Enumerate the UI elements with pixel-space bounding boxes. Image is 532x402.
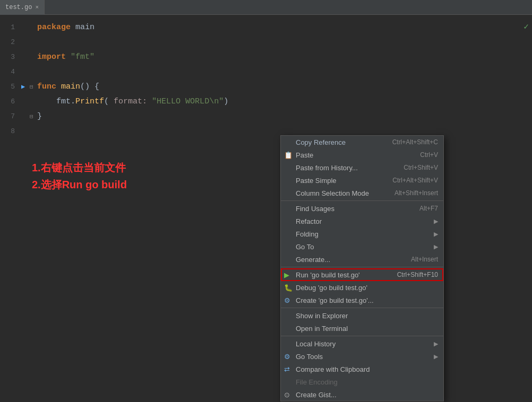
menu-item-refactor[interactable]: Refactor ▶ (281, 215, 443, 228)
line-number-7: 7 (0, 109, 21, 124)
menu-label-paste-simple: Paste Simple (296, 177, 337, 185)
debug-icon: 🐛 (284, 284, 293, 292)
menu-shortcut-generate: Alt+Insert (400, 256, 438, 263)
menu-label-go-tools: Go Tools (296, 353, 323, 361)
code-content-1: package main (37, 20, 95, 35)
tab-close-button[interactable]: × (35, 4, 39, 11)
menu-item-show-explorer[interactable]: Show in Explorer (281, 309, 443, 322)
menu-label-show-explorer: Show in Explorer (296, 312, 348, 320)
context-menu: Copy Reference Ctrl+Alt+Shift+C 📋 Paste … (280, 135, 444, 401)
menu-item-create[interactable]: ⚙ Create 'go build test.go'... (281, 294, 443, 307)
go-tools-icon: ⚙ (284, 353, 290, 361)
submenu-arrow-folding: ▶ (434, 231, 438, 238)
menu-separator-2 (281, 267, 443, 267)
tab-filename: test.go (5, 4, 32, 11)
menu-label-column-select: Column Selection Mode (296, 189, 369, 197)
menu-item-find-usages[interactable]: Find Usages Alt+F7 (281, 202, 443, 215)
menu-item-create-gist[interactable]: ⊙ Create Gist... (281, 388, 443, 401)
line-number-8: 8 (0, 124, 21, 139)
file-tab[interactable]: test.go × (0, 0, 45, 15)
submenu-arrow-goto: ▶ (434, 243, 438, 250)
menu-item-goto[interactable]: Go To ▶ (281, 240, 443, 253)
code-line-5: 5 ▶ ⊟ func main() { (0, 80, 532, 94)
menu-shortcut-column-select: Alt+Shift+Insert (384, 189, 438, 197)
menu-label-copy-ref: Copy Reference (296, 138, 346, 146)
menu-label-compare: Compare with Clipboard (296, 365, 370, 373)
menu-label-refactor: Refactor (296, 217, 322, 225)
menu-item-compare[interactable]: ⇄ Compare with Clipboard (281, 363, 443, 375)
submenu-arrow-refactor: ▶ (434, 218, 438, 225)
line-number-3: 3 (0, 50, 21, 65)
menu-item-go-tools[interactable]: ⚙ Go Tools ▶ (281, 350, 443, 363)
line-number-1: 1 (0, 20, 21, 35)
compare-icon: ⇄ (284, 365, 290, 373)
menu-item-generate[interactable]: Generate... Alt+Insert (281, 253, 443, 266)
line-number-4: 4 (0, 65, 21, 80)
code-line-2: 2 (0, 35, 532, 50)
github-icon: ⊙ (284, 391, 290, 399)
annotation-text: 1.右键点击当前文件 2.选择Run go build (32, 159, 127, 193)
code-line-6: 6 fmt.Printf( format: "HELLO WORLD\n") (0, 94, 532, 109)
menu-shortcut-copy-ref: Ctrl+Alt+Shift+C (382, 138, 438, 146)
create-icon: ⚙ (284, 296, 290, 304)
menu-label-paste-history: Paste from History... (296, 164, 358, 172)
menu-shortcut-paste-history: Ctrl+Shift+V (393, 164, 438, 171)
menu-separator-3 (281, 308, 443, 308)
menu-item-open-terminal[interactable]: Open in Terminal (281, 322, 443, 335)
menu-item-run[interactable]: ▶ Run 'go build test.go' Ctrl+Shift+F10 (281, 268, 443, 281)
menu-shortcut-run: Ctrl+Shift+F10 (387, 271, 438, 278)
menu-separator-1 (281, 200, 443, 201)
menu-item-paste-history[interactable]: Paste from History... Ctrl+Shift+V (281, 161, 443, 174)
code-line-7: 7 ⊟ } (0, 109, 532, 124)
menu-item-debug[interactable]: 🐛 Debug 'go build test.go' (281, 281, 443, 294)
menu-label-run: Run 'go build test.go' (296, 271, 360, 279)
line-number-6: 6 (0, 94, 21, 109)
code-content-7: } (37, 109, 42, 124)
code-line-3: 3 import "fmt" (0, 50, 532, 65)
menu-shortcut-find-usages: Alt+F7 (409, 205, 438, 212)
menu-label-local-history: Local History (296, 340, 336, 348)
menu-label-paste: Paste (296, 151, 313, 159)
menu-item-copy-ref[interactable]: Copy Reference Ctrl+Alt+Shift+C (281, 136, 443, 148)
run-play-icon: ▶ (284, 271, 289, 279)
line-number-5: 5 (0, 80, 21, 94)
menu-item-column-select[interactable]: Column Selection Mode Alt+Shift+Insert (281, 187, 443, 199)
menu-label-file-encoding: File Encoding (296, 378, 338, 386)
code-content-6: fmt.Printf( format: "HELLO WORLD\n") (37, 94, 228, 109)
submenu-arrow-go-tools: ▶ (434, 353, 438, 360)
menu-label-goto: Go To (296, 243, 314, 251)
menu-label-create: Create 'go build test.go'... (296, 296, 374, 304)
menu-label-debug: Debug 'go build test.go' (296, 284, 367, 292)
annotation-line2: 2.选择Run go build (32, 176, 127, 193)
menu-label-find-usages: Find Usages (296, 205, 334, 213)
menu-label-folding: Folding (296, 230, 319, 238)
menu-item-paste[interactable]: 📋 Paste Ctrl+V (281, 148, 443, 161)
menu-separator-4 (281, 336, 443, 336)
code-content-3: import "fmt" (37, 50, 95, 65)
code-editor: ✓ 1 package main 2 3 import "fmt" 4 5 ▶ … (0, 15, 532, 144)
annotation-line1: 1.右键点击当前文件 (32, 159, 127, 176)
menu-item-paste-simple[interactable]: Paste Simple Ctrl+Alt+Shift+V (281, 174, 443, 187)
code-line-8: 8 (0, 124, 532, 139)
run-arrow-icon[interactable]: ▶ (21, 80, 30, 94)
fold-icon-5[interactable]: ⊟ (30, 80, 37, 94)
menu-item-file-encoding: File Encoding (281, 375, 443, 388)
menu-shortcut-paste: Ctrl+V (409, 151, 438, 159)
submenu-arrow-local-history: ▶ (434, 340, 438, 347)
menu-item-local-history[interactable]: Local History ▶ (281, 337, 443, 350)
fold-icon-7[interactable]: ⊟ (30, 109, 37, 124)
menu-shortcut-paste-simple: Ctrl+Alt+Shift+V (382, 177, 438, 184)
line-number-2: 2 (0, 35, 21, 50)
menu-label-create-gist: Create Gist... (296, 391, 337, 399)
code-line-1: 1 package main (0, 20, 532, 35)
code-content-5: func main() { (37, 80, 99, 94)
tab-bar: test.go × (0, 0, 532, 15)
menu-label-generate: Generate... (296, 256, 330, 264)
code-line-4: 4 (0, 65, 532, 80)
menu-item-folding[interactable]: Folding ▶ (281, 228, 443, 240)
checkmark-icon: ✓ (524, 21, 529, 32)
paste-icon: 📋 (284, 151, 293, 159)
menu-label-open-terminal: Open in Terminal (296, 325, 348, 333)
